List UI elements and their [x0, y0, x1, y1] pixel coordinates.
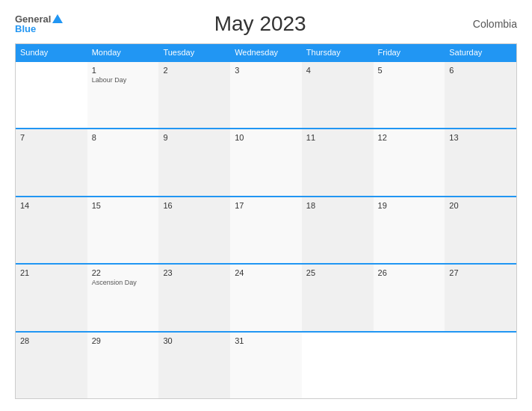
day-cell: 29: [87, 333, 159, 398]
day-number: 30: [163, 336, 226, 345]
day-cell: 17: [230, 197, 302, 263]
day-number: 19: [378, 201, 441, 210]
day-cell: 19: [374, 197, 445, 263]
day-cell: 6: [445, 62, 516, 128]
day-cell: 30: [158, 333, 230, 398]
day-cell: 7: [16, 129, 87, 195]
day-cell: [445, 333, 516, 398]
day-cell: 13: [445, 129, 516, 195]
day-number: 6: [449, 66, 512, 75]
day-number: 4: [306, 66, 369, 75]
day-number: 14: [20, 201, 83, 210]
day-number: 21: [20, 268, 83, 277]
day-cell: [16, 62, 87, 128]
header: General Blue May 2023 Colombia: [15, 12, 517, 36]
header-saturday: Saturday: [445, 44, 516, 61]
calendar-title: May 2023: [63, 12, 457, 36]
week-row-3: 14151617181920: [16, 196, 516, 263]
logo: General Blue: [15, 14, 63, 34]
day-cell: 9: [158, 129, 230, 195]
header-sunday: Sunday: [16, 44, 87, 61]
day-number: 8: [92, 133, 155, 142]
day-cell: 3: [230, 62, 302, 128]
calendar-body: 1Labour Day23456789101112131415161718192…: [16, 61, 516, 398]
day-number: 7: [20, 133, 83, 142]
day-number: 1: [92, 66, 155, 75]
day-number: 12: [378, 133, 441, 142]
day-cell: 24: [230, 265, 302, 330]
day-number: 13: [449, 133, 512, 142]
day-cell: 27: [445, 265, 516, 330]
day-number: 20: [449, 201, 512, 210]
day-cell: 1Labour Day: [87, 62, 159, 128]
country-label: Colombia: [457, 18, 517, 30]
day-cell: [374, 333, 445, 398]
page: General Blue May 2023 Colombia Sunday Mo…: [0, 0, 532, 411]
day-cell: 14: [16, 197, 87, 263]
day-cell: 16: [158, 197, 230, 263]
day-cell: 20: [445, 197, 516, 263]
day-cell: 11: [302, 129, 374, 195]
day-cell: 2: [158, 62, 230, 128]
day-number: 5: [378, 66, 441, 75]
day-number: 15: [92, 201, 155, 210]
day-cell: 22Ascension Day: [87, 265, 159, 330]
header-monday: Monday: [87, 44, 159, 61]
header-tuesday: Tuesday: [158, 44, 230, 61]
day-headers: Sunday Monday Tuesday Wednesday Thursday…: [16, 44, 516, 61]
day-cell: 12: [374, 129, 445, 195]
day-cell: [302, 333, 374, 398]
logo-triangle-icon: [52, 14, 63, 23]
header-friday: Friday: [374, 44, 445, 61]
day-number: 23: [163, 268, 226, 277]
day-number: 31: [235, 336, 297, 345]
day-number: 18: [306, 201, 369, 210]
day-cell: 15: [87, 197, 159, 263]
day-number: 9: [163, 133, 226, 142]
header-thursday: Thursday: [302, 44, 374, 61]
day-cell: 21: [16, 265, 87, 330]
day-cell: 4: [302, 62, 374, 128]
day-cell: 5: [374, 62, 445, 128]
day-cell: 23: [158, 265, 230, 330]
day-number: 25: [306, 268, 369, 277]
calendar: Sunday Monday Tuesday Wednesday Thursday…: [15, 43, 517, 399]
day-number: 16: [163, 201, 226, 210]
day-number: 24: [235, 268, 297, 277]
header-wednesday: Wednesday: [230, 44, 302, 61]
day-event: Labour Day: [92, 76, 155, 85]
day-cell: 10: [230, 129, 302, 195]
day-number: 3: [235, 66, 297, 75]
week-row-1: 1Labour Day23456: [16, 61, 516, 128]
day-number: 28: [20, 336, 83, 345]
day-number: 17: [235, 201, 297, 210]
day-event: Ascension Day: [92, 279, 155, 288]
week-row-2: 78910111213: [16, 128, 516, 195]
day-cell: 26: [374, 265, 445, 330]
day-number: 11: [306, 133, 369, 142]
day-cell: 28: [16, 333, 87, 398]
week-row-5: 28293031: [16, 331, 516, 398]
day-number: 26: [378, 268, 441, 277]
day-cell: 8: [87, 129, 159, 195]
day-cell: 18: [302, 197, 374, 263]
day-number: 2: [163, 66, 226, 75]
day-cell: 25: [302, 265, 374, 330]
logo-blue-text: Blue: [15, 24, 36, 34]
day-cell: 31: [230, 333, 302, 398]
week-row-4: 2122Ascension Day2324252627: [16, 263, 516, 330]
day-number: 22: [92, 268, 155, 277]
day-number: 29: [92, 336, 155, 345]
day-number: 27: [449, 268, 512, 277]
day-number: 10: [235, 133, 297, 142]
